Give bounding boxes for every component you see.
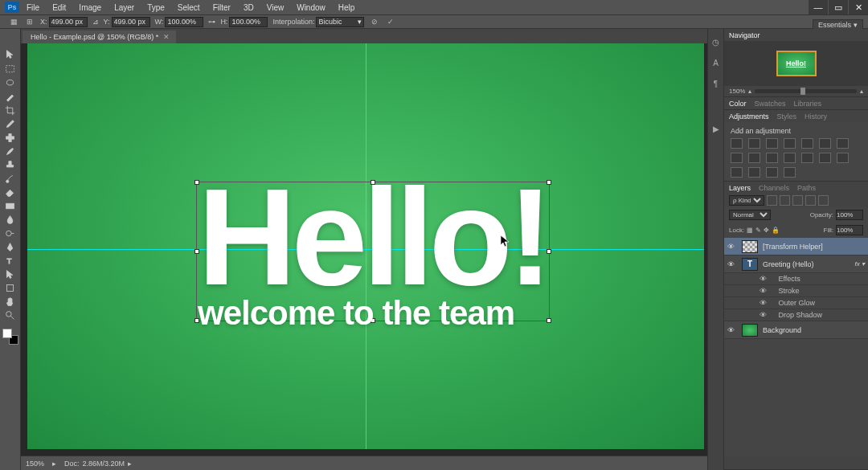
navigator-body[interactable]: Hello! bbox=[724, 41, 868, 86]
adj-color-lookup-icon[interactable] bbox=[766, 153, 778, 163]
color-tab[interactable]: Color bbox=[729, 100, 747, 108]
adj-channel-mixer-icon[interactable] bbox=[748, 153, 760, 163]
adj-posterize-icon[interactable] bbox=[801, 153, 813, 163]
adj-exposure-icon[interactable] bbox=[784, 138, 796, 149]
history-brush-tool[interactable] bbox=[2, 172, 19, 186]
effects-toggle-icon[interactable]: 👁 bbox=[760, 299, 767, 307]
paragraph-icon[interactable]: ¶ bbox=[710, 77, 723, 90]
visibility-icon[interactable]: 👁 bbox=[727, 326, 737, 334]
visibility-icon[interactable]: 👁 bbox=[727, 260, 737, 268]
fx-badge[interactable]: fx ▾ bbox=[855, 260, 865, 268]
navigator-tab[interactable]: Navigator bbox=[729, 31, 760, 39]
layer-name[interactable]: Background bbox=[763, 326, 865, 334]
adj-invert-icon[interactable] bbox=[784, 153, 796, 163]
lock-position-icon[interactable]: ✥ bbox=[764, 227, 769, 234]
effects-toggle-icon[interactable]: 👁 bbox=[760, 275, 767, 283]
hand-tool[interactable] bbox=[2, 295, 19, 309]
effects-toggle-icon[interactable]: 👁 bbox=[760, 311, 767, 319]
heal-tool[interactable] bbox=[2, 131, 19, 145]
maximize-button[interactable]: ▭ bbox=[829, 0, 848, 14]
adj-photo-filter-icon[interactable] bbox=[731, 153, 743, 163]
menu-3d[interactable]: 3D bbox=[238, 2, 260, 14]
fx-drop-shadow[interactable]: 👁 Drop Shadow bbox=[724, 309, 868, 321]
menu-layer[interactable]: Layer bbox=[108, 2, 140, 14]
adj-threshold-icon[interactable] bbox=[819, 153, 831, 163]
commit-transform-icon[interactable]: ✓ bbox=[385, 16, 396, 27]
menu-file[interactable]: File bbox=[21, 2, 45, 14]
layer-row-background[interactable]: 👁 Background bbox=[724, 321, 868, 339]
zoom-slider[interactable] bbox=[755, 89, 857, 93]
lock-all-icon[interactable]: 🔒 bbox=[772, 227, 780, 234]
fx-effects[interactable]: 👁 Effects bbox=[724, 273, 868, 285]
brush-tool[interactable] bbox=[2, 145, 19, 158]
navigator-thumbnail[interactable]: Hello! bbox=[776, 51, 817, 76]
menu-select[interactable]: Select bbox=[172, 2, 206, 14]
filter-smart-icon[interactable] bbox=[818, 195, 829, 206]
zoom-in-icon[interactable]: ▴ bbox=[860, 88, 863, 95]
layer-name[interactable]: Greeting (Hello) bbox=[763, 260, 850, 268]
adj-bw-icon[interactable] bbox=[837, 138, 849, 149]
menu-type[interactable]: Type bbox=[141, 2, 170, 14]
link-xy-icon[interactable]: ⊿ bbox=[92, 18, 99, 26]
history-icon[interactable]: ◷ bbox=[710, 35, 723, 48]
swatches-tab[interactable]: Swatches bbox=[755, 100, 786, 108]
adj-more3-icon[interactable] bbox=[784, 167, 796, 178]
fx-stroke[interactable]: 👁 Stroke bbox=[724, 285, 868, 297]
menu-view[interactable]: View bbox=[261, 2, 290, 14]
channels-tab[interactable]: Channels bbox=[759, 184, 789, 192]
styles-tab[interactable]: Styles bbox=[777, 112, 797, 121]
document-tab[interactable]: Hello - Example.psd @ 150% (RGB/8) * ✕ bbox=[23, 31, 176, 43]
move-tool[interactable] bbox=[2, 45, 19, 63]
zoom-level[interactable]: 150% bbox=[26, 460, 44, 468]
minimize-button[interactable]: — bbox=[809, 0, 828, 14]
pen-tool[interactable] bbox=[2, 240, 19, 254]
filter-adjust-icon[interactable] bbox=[780, 195, 790, 206]
fill-field[interactable] bbox=[836, 225, 863, 235]
foreground-color[interactable] bbox=[2, 329, 12, 338]
close-tab-icon[interactable]: ✕ bbox=[163, 33, 170, 41]
adj-curves-icon[interactable] bbox=[766, 138, 778, 149]
filter-type-icon[interactable] bbox=[792, 195, 803, 206]
blur-tool[interactable] bbox=[2, 213, 19, 227]
zoom-tool[interactable] bbox=[2, 309, 19, 322]
cancel-transform-icon[interactable]: ⊘ bbox=[369, 16, 380, 27]
actions-icon[interactable]: ▶ bbox=[710, 122, 723, 135]
layers-tab[interactable]: Layers bbox=[729, 184, 751, 192]
navigator-zoom[interactable]: 150% bbox=[729, 88, 745, 95]
path-select-tool[interactable] bbox=[2, 268, 19, 281]
layer-row-greeting[interactable]: 👁 T Greeting (Hello) fx ▾ bbox=[724, 255, 868, 273]
adjustments-tab[interactable]: Adjustments bbox=[729, 112, 769, 121]
marquee-tool[interactable] bbox=[2, 63, 19, 76]
menu-help[interactable]: Help bbox=[333, 2, 361, 14]
libraries-tab[interactable]: Libraries bbox=[794, 100, 822, 108]
menu-filter[interactable]: Filter bbox=[207, 2, 236, 14]
y-field[interactable] bbox=[112, 17, 150, 27]
adj-brightness-icon[interactable] bbox=[731, 138, 743, 149]
doc-menu-icon[interactable]: ▸ bbox=[128, 460, 132, 468]
close-button[interactable]: ✕ bbox=[849, 0, 868, 14]
lasso-tool[interactable] bbox=[2, 76, 19, 90]
eraser-tool[interactable] bbox=[2, 186, 19, 199]
blend-mode-select[interactable]: Normal bbox=[729, 210, 771, 220]
lock-transparent-icon[interactable]: ▦ bbox=[747, 227, 753, 234]
type-tool[interactable]: T bbox=[2, 254, 19, 268]
wand-tool[interactable] bbox=[2, 90, 19, 104]
interpolation-select[interactable]: Bicubic▾ bbox=[316, 17, 364, 27]
status-chevron-icon[interactable]: ▸ bbox=[52, 460, 56, 468]
document-canvas[interactable]: Hello! welcome to the team bbox=[27, 43, 704, 449]
zoom-out-icon[interactable]: ▴ bbox=[748, 88, 751, 95]
filter-shape-icon[interactable] bbox=[805, 195, 816, 206]
history-tab[interactable]: History bbox=[805, 112, 827, 121]
adj-more2-icon[interactable] bbox=[766, 167, 778, 178]
gradient-tool[interactable] bbox=[2, 199, 19, 213]
stamp-tool[interactable] bbox=[2, 158, 19, 172]
opacity-field[interactable] bbox=[836, 210, 863, 220]
fx-outer-glow[interactable]: 👁 Outer Glow bbox=[724, 297, 868, 309]
layer-filter-kind[interactable]: ρ Kind bbox=[729, 195, 764, 206]
menu-window[interactable]: Window bbox=[291, 2, 331, 14]
reference-point-icon[interactable]: ⊞ bbox=[24, 16, 35, 27]
dodge-tool[interactable] bbox=[2, 227, 19, 240]
layer-row-transform-helper[interactable]: 👁 [Transform Helper] bbox=[724, 238, 868, 255]
adj-gradient-map-icon[interactable] bbox=[837, 153, 849, 163]
adj-more1-icon[interactable] bbox=[748, 167, 760, 178]
